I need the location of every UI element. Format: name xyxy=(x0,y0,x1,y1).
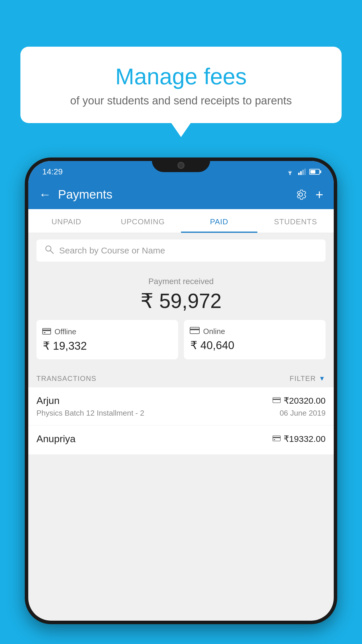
transaction-amount: ₹19332.00 xyxy=(284,434,326,444)
transaction-bottom: Physics Batch 12 Installment - 2 06 June… xyxy=(36,409,326,418)
svg-rect-11 xyxy=(190,329,199,330)
tab-paid[interactable]: PAID xyxy=(181,209,257,233)
settings-icon[interactable] xyxy=(294,188,307,201)
online-amount: ₹ 40,640 xyxy=(190,339,320,352)
filter-icon: ▼ xyxy=(319,375,326,382)
svg-point-0 xyxy=(289,174,291,175)
tab-students[interactable]: STUDENTS xyxy=(257,209,334,233)
back-button[interactable]: ← xyxy=(39,188,51,201)
svg-rect-8 xyxy=(43,330,51,331)
phone-camera xyxy=(178,162,184,169)
search-icon xyxy=(45,245,54,256)
svg-rect-13 xyxy=(273,399,280,400)
svg-rect-3 xyxy=(302,170,304,175)
transaction-description: Physics Batch 12 Installment - 2 xyxy=(36,409,144,418)
transaction-top: Anupriya ₹19332.00 xyxy=(36,433,326,444)
payment-received-label: Payment received xyxy=(36,277,326,286)
offline-label: Offline xyxy=(55,327,76,336)
filter-label: FILTER xyxy=(290,374,316,383)
transaction-name: Arjun xyxy=(36,395,59,406)
offline-icon xyxy=(42,327,51,337)
offline-payment-card: Offline ₹ 19,332 xyxy=(36,320,178,359)
app-header: ← Payments + xyxy=(28,180,334,209)
payment-cards: Offline ₹ 19,332 xyxy=(36,320,326,359)
table-row[interactable]: Arjun ₹20320.00 Physics xyxy=(28,387,334,426)
tabs-bar: UNPAID UPCOMING PAID STUDENTS xyxy=(28,209,334,233)
svg-rect-1 xyxy=(298,173,300,175)
transaction-date: 06 June 2019 xyxy=(280,409,326,418)
payment-total-amount: ₹ 59,972 xyxy=(36,289,326,313)
svg-line-6 xyxy=(50,251,53,253)
phone-container: 14:29 xyxy=(25,158,337,644)
search-bar[interactable]: Search by Course or Name xyxy=(36,239,326,262)
svg-rect-10 xyxy=(190,327,199,334)
phone-notch xyxy=(152,158,210,172)
filter-button[interactable]: FILTER ▼ xyxy=(290,374,326,383)
transaction-amount: ₹20320.00 xyxy=(284,396,326,406)
status-time: 14:29 xyxy=(42,167,63,176)
transaction-name: Anupriya xyxy=(36,433,75,444)
svg-rect-7 xyxy=(43,328,51,334)
tab-upcoming[interactable]: UPCOMING xyxy=(105,209,181,233)
table-row[interactable]: Anupriya ₹19332.00 xyxy=(28,426,334,455)
signal-icon xyxy=(298,169,306,175)
tab-unpaid[interactable]: UNPAID xyxy=(28,209,105,233)
phone-frame: 14:29 xyxy=(25,158,337,624)
online-payment-card: Online ₹ 40,640 xyxy=(184,320,326,359)
bubble-title: Manage fees xyxy=(35,64,327,89)
online-card-header: Online xyxy=(190,327,320,336)
status-icons xyxy=(285,169,320,175)
bubble-subtitle: of your students and send receipts to pa… xyxy=(35,94,327,107)
header-icons: + xyxy=(294,187,323,202)
payment-summary: Payment received ₹ 59,972 xyxy=(28,268,334,368)
offline-amount: ₹ 19,332 xyxy=(42,340,172,352)
svg-rect-4 xyxy=(304,169,306,175)
svg-rect-9 xyxy=(44,332,45,333)
transactions-header: TRANSACTIONS FILTER ▼ xyxy=(28,368,334,387)
offline-card-header: Offline xyxy=(42,327,172,337)
page-title: Payments xyxy=(58,188,287,202)
battery-icon xyxy=(309,169,320,175)
svg-rect-12 xyxy=(273,398,280,403)
svg-rect-14 xyxy=(273,436,280,441)
online-label: Online xyxy=(203,327,225,336)
add-button[interactable]: + xyxy=(315,187,323,202)
phone-screen: 14:29 xyxy=(28,161,334,621)
transaction-amount-group: ₹19332.00 xyxy=(273,434,326,444)
content-area: Search by Course or Name Payment receive… xyxy=(28,233,334,455)
online-icon xyxy=(190,327,200,336)
search-placeholder: Search by Course or Name xyxy=(59,246,165,256)
svg-rect-2 xyxy=(300,171,302,175)
transaction-amount-group: ₹20320.00 xyxy=(273,396,326,406)
wifi-icon xyxy=(285,169,295,175)
offline-payment-icon xyxy=(273,434,281,443)
svg-rect-16 xyxy=(274,439,275,440)
online-payment-icon xyxy=(273,396,281,405)
svg-rect-15 xyxy=(273,437,280,438)
transactions-label: TRANSACTIONS xyxy=(36,374,96,383)
transaction-top: Arjun ₹20320.00 xyxy=(36,395,326,406)
speech-bubble: Manage fees of your students and send re… xyxy=(20,47,342,123)
